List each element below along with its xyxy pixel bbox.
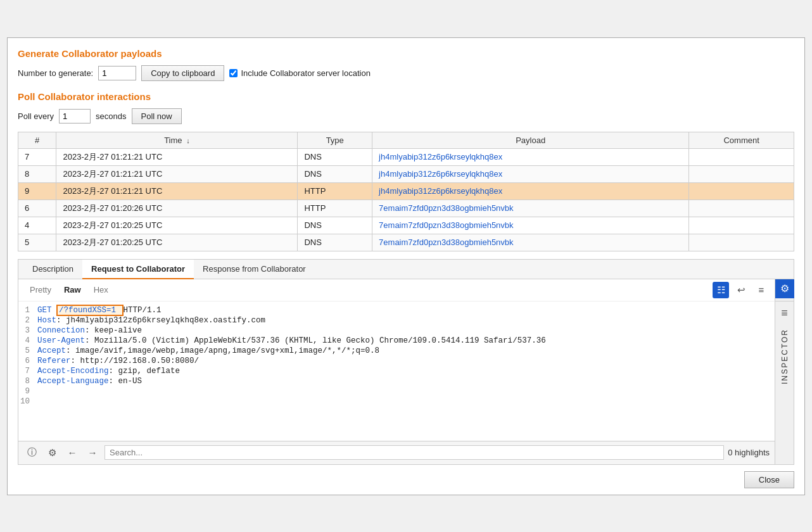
- code-line: 9: [18, 386, 775, 396]
- close-button[interactable]: Close: [744, 471, 794, 488]
- format-text-icon[interactable]: ☷: [713, 282, 729, 298]
- format-list-icon[interactable]: ≡: [753, 282, 770, 298]
- code-line: 10: [18, 396, 775, 407]
- cell-payload: 7emaim7zfd0pzn3d38ogbmieh5nvbk: [372, 200, 689, 217]
- col-type: Type: [298, 132, 372, 148]
- line-number: 6: [18, 357, 37, 365]
- line-content: User-Agent: Mozilla/5.0 (Victim) AppleWe…: [37, 336, 546, 345]
- cell-type: DNS: [298, 217, 372, 234]
- sub-tab-raw[interactable]: Raw: [58, 283, 87, 296]
- cell-num: 5: [18, 234, 56, 251]
- sub-tab-hex[interactable]: Hex: [87, 283, 115, 296]
- cell-type: HTTP: [298, 182, 372, 200]
- inspector-label: INSPECTOR: [780, 329, 789, 384]
- cell-payload: 7emaim7zfd0pzn3d38ogbmieh5nvbk: [372, 234, 689, 251]
- gear-side-icon[interactable]: ⚙: [775, 279, 794, 298]
- poll-now-button[interactable]: Poll now: [132, 108, 182, 124]
- line-content: GET /?foundXSS=1 HTTP/1.1: [37, 306, 162, 315]
- format-wrap-icon[interactable]: ↩: [733, 282, 749, 298]
- line-content: Connection: keep-alive: [37, 326, 142, 335]
- tab-description[interactable]: Description: [23, 260, 82, 279]
- col-comment: Comment: [689, 132, 794, 148]
- line-number: 2: [18, 316, 37, 325]
- col-num: #: [18, 132, 56, 148]
- cell-payload: jh4mlyabip312z6p6krseylqkhq8ex: [372, 165, 689, 182]
- table-row[interactable]: 5 2023-2月-27 01:20:25 UTC DNS 7emaim7zfd…: [18, 234, 794, 251]
- line-content: Accept: image/avif,image/webp,image/apng…: [37, 346, 379, 355]
- line-number: 9: [18, 387, 37, 396]
- bottom-panel-inner: Pretty Raw Hex ☷ ↩ ≡ 1 GET /?foundXSS=1 …: [18, 279, 794, 464]
- poll-interval-input[interactable]: [59, 109, 91, 124]
- copy-to-clipboard-button[interactable]: Copy to clipboard: [141, 65, 224, 81]
- include-location-checkbox[interactable]: [229, 69, 238, 77]
- line-number: 8: [18, 377, 37, 386]
- code-line: 1 GET /?foundXSS=1 HTTP/1.1: [18, 305, 775, 315]
- table-row[interactable]: 9 2023-2月-27 01:21:21 UTC HTTP jh4mlyabi…: [18, 182, 794, 200]
- cell-num: 6: [18, 200, 56, 217]
- cell-num: 7: [18, 148, 56, 165]
- cell-num: 4: [18, 217, 56, 234]
- poll-label: Poll every: [18, 111, 54, 121]
- table-row[interactable]: 8 2023-2月-27 01:21:21 UTC DNS jh4mlyabip…: [18, 165, 794, 182]
- cell-time: 2023-2月-27 01:21:21 UTC: [56, 165, 298, 182]
- interactions-table: # Time ↓ Type Payload Comment 7 2023-2月-…: [18, 132, 794, 251]
- line-number: 4: [18, 336, 37, 345]
- cell-type: DNS: [298, 148, 372, 165]
- line-number: 1: [18, 306, 37, 315]
- bottom-tabs-bar: Description Request to Collaborator Resp…: [18, 260, 794, 279]
- line-number: 10: [18, 397, 37, 406]
- include-location-row: Include Collaborator server location: [229, 68, 371, 78]
- search-input[interactable]: [105, 445, 724, 460]
- settings-icon[interactable]: ⚙: [44, 445, 60, 461]
- highlights-label: 0 highlights: [728, 448, 770, 457]
- cell-comment: [689, 234, 794, 251]
- hamburger-icon[interactable]: ≡: [778, 304, 790, 322]
- line-content: Accept-Encoding: gzip, deflate: [37, 367, 180, 376]
- table-row[interactable]: 7 2023-2月-27 01:21:21 UTC DNS jh4mlyabip…: [18, 148, 794, 165]
- col-payload: Payload: [372, 132, 689, 148]
- code-line: 5 Accept: image/avif,image/webp,image/ap…: [18, 346, 775, 356]
- cell-time: 2023-2月-27 01:20:25 UTC: [56, 234, 298, 251]
- cell-type: HTTP: [298, 200, 372, 217]
- cell-payload: 7emaim7zfd0pzn3d38ogbmieh5nvbk: [372, 217, 689, 234]
- bottom-panel-content: Pretty Raw Hex ☷ ↩ ≡ 1 GET /?foundXSS=1 …: [18, 279, 775, 464]
- bottom-panel: Description Request to Collaborator Resp…: [18, 259, 794, 465]
- cell-num: 8: [18, 165, 56, 182]
- line-content: Host: jh4mlyabip312z6p6krseylqkhq8ex.oas…: [37, 316, 265, 325]
- code-line: 7 Accept-Encoding: gzip, deflate: [18, 366, 775, 376]
- code-line: 4 User-Agent: Mozilla/5.0 (Victim) Apple…: [18, 336, 775, 346]
- close-row: Close: [18, 471, 794, 488]
- collaborator-dialog: Generate Collaborator payloads Number to…: [7, 37, 805, 495]
- line-number: 5: [18, 346, 37, 355]
- help-icon[interactable]: ⓘ: [23, 445, 40, 461]
- code-line: 8 Accept-Language: en-US: [18, 376, 775, 386]
- sub-tab-pretty[interactable]: Pretty: [23, 283, 58, 296]
- code-bottom-bar: ⓘ ⚙ ← → 0 highlights: [18, 441, 775, 464]
- tab-response[interactable]: Response from Collaborator: [194, 260, 315, 279]
- line-content: Referer: http://192.168.0.50:8080/: [37, 357, 199, 365]
- cell-type: DNS: [298, 165, 372, 182]
- table-row[interactable]: 6 2023-2月-27 01:20:26 UTC HTTP 7emaim7zf…: [18, 200, 794, 217]
- cell-time: 2023-2月-27 01:21:21 UTC: [56, 182, 298, 200]
- cell-comment: [689, 182, 794, 200]
- code-area: 1 GET /?foundXSS=1 HTTP/1.1 2 Host: jh4m…: [18, 301, 775, 441]
- col-time[interactable]: Time ↓: [56, 132, 298, 148]
- code-line: 6 Referer: http://192.168.0.50:8080/: [18, 356, 775, 366]
- line-content: Accept-Language: en-US: [37, 377, 142, 386]
- include-location-label: Include Collaborator server location: [241, 68, 371, 78]
- table-row[interactable]: 4 2023-2月-27 01:20:25 UTC DNS 7emaim7zfd…: [18, 217, 794, 234]
- sub-tabs-bar: Pretty Raw Hex ☷ ↩ ≡: [18, 279, 775, 301]
- generate-number-input[interactable]: [98, 66, 136, 80]
- poll-row: Poll every seconds Poll now: [18, 108, 794, 124]
- prev-icon[interactable]: ←: [64, 445, 80, 461]
- line-number: 3: [18, 326, 37, 335]
- poll-title: Poll Collaborator interactions: [18, 91, 794, 102]
- cell-payload: jh4mlyabip312z6p6krseylqkhq8ex: [372, 182, 689, 200]
- next-icon[interactable]: →: [84, 445, 101, 461]
- cell-time: 2023-2月-27 01:20:26 UTC: [56, 200, 298, 217]
- cell-time: 2023-2月-27 01:20:25 UTC: [56, 217, 298, 234]
- right-panel: ⚙ ≡ INSPECTOR: [775, 279, 794, 464]
- code-line: 2 Host: jh4mlyabip312z6p6krseylqkhq8ex.o…: [18, 315, 775, 326]
- cell-comment: [689, 165, 794, 182]
- tab-request[interactable]: Request to Collaborator: [82, 260, 194, 279]
